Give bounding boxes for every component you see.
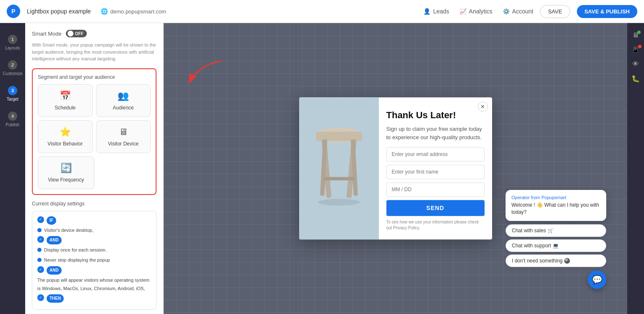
step-4-publish[interactable]: 4 Publish	[2, 108, 23, 130]
chat-bubble: Operator from Popupsmart Welcome ! 👋 Wha…	[506, 190, 606, 221]
inactive-dot	[638, 45, 641, 48]
toggle-text: OFF	[75, 31, 83, 36]
schedule-card[interactable]: 📅 Schedule	[38, 84, 93, 117]
dot-indicator	[37, 228, 42, 232]
popup-description: Sign up to claim your free sample today …	[386, 125, 485, 142]
popup-content-side: ✕ Thank Us Later! Sign up to claim your …	[379, 97, 492, 239]
header-nav: 👤 Leads 📈 Analytics ⚙️ Account	[423, 8, 533, 15]
globe-icon: 🌐	[101, 8, 108, 15]
settings-session-row: Display once for each session.	[37, 246, 151, 254]
step-3-target[interactable]: 3 Target	[2, 83, 23, 105]
settings-box: ✓ IF Visitor's device desktop, ✓ AND Dis…	[32, 211, 156, 310]
chat-action-sales-label: Chat with sales 🛒	[512, 228, 554, 234]
popup-close-button[interactable]: ✕	[478, 101, 488, 112]
email-input[interactable]	[386, 148, 485, 162]
chat-operator-label: Operator from Popupsmart	[511, 195, 600, 200]
right-toolbar: 🖥 📱 👁 🐛	[627, 23, 644, 314]
step-1-layouts[interactable]: 1 Layouts	[2, 31, 23, 54]
view-frequency-icon: 🔄	[60, 163, 72, 174]
mobile-view-icon[interactable]: 📱	[631, 46, 640, 54]
step-nav: 1 Layouts 2 Customize 3 Target 4 Publish	[0, 23, 25, 314]
smart-mode-row: Smart Mode OFF	[32, 30, 156, 37]
settings-icon[interactable]: 🐛	[631, 75, 640, 83]
date-input[interactable]	[386, 183, 485, 197]
dot-indicator-2	[37, 248, 42, 252]
settings-os-row: The popup will appear visitors whose ope…	[37, 276, 151, 293]
popup-privacy-text: To see how we use your information pleas…	[386, 220, 485, 231]
segment-title: Segment and target your audience	[38, 74, 151, 80]
nav-leads[interactable]: 👤 Leads	[423, 8, 449, 15]
chat-action-support[interactable]: Chat with support 💻	[506, 239, 606, 252]
chat-widget: Operator from Popupsmart Welcome ! 👋 Wha…	[506, 190, 606, 289]
and-tag-2: AND	[47, 266, 62, 275]
stool-illustration	[305, 101, 373, 236]
main-layout: 1 Layouts 2 Customize 3 Target 4 Publish…	[0, 23, 644, 314]
campaign-title: Lightbox popup example	[27, 8, 94, 15]
check-icon-4: ✓	[37, 294, 44, 301]
segment-grid: 📅 Schedule 👥 Audience ⭐ Visitor Behavior…	[38, 84, 151, 153]
eye-icon: 👁	[632, 60, 639, 67]
schedule-icon: 📅	[60, 91, 71, 101]
canvas-area: ✕ Thank Us Later! Sign up to claim your …	[164, 23, 627, 314]
leads-icon: 👤	[423, 8, 430, 15]
settings-if-row: ✓ IF	[37, 216, 151, 225]
check-icon-3: ✓	[37, 266, 44, 273]
device-text: Visitor's device desktop,	[44, 226, 93, 235]
chat-fab-button[interactable]: 💬	[588, 270, 606, 289]
and-tag-1: AND	[47, 236, 62, 244]
settings-and1-row: ✓ AND	[37, 236, 151, 244]
settings-then-row: ✓ THEN	[37, 294, 151, 303]
visitor-behavior-card[interactable]: ⭐ Visitor Behavior	[38, 120, 93, 153]
desktop-view-icon[interactable]: 🖥	[632, 31, 639, 39]
smart-mode-label: Smart Mode	[32, 31, 62, 37]
check-icon-2: ✓	[37, 236, 44, 243]
side-panel: Smart Mode OFF With Smart mode, your pop…	[25, 23, 164, 314]
audience-card[interactable]: 👥 Audience	[96, 84, 151, 117]
schedule-label: Schedule	[55, 105, 76, 111]
then-tag: THEN	[47, 294, 64, 303]
visitor-device-label: Visitor Device	[108, 141, 138, 147]
name-input[interactable]	[386, 165, 485, 179]
send-button[interactable]: SEND	[386, 200, 485, 216]
arrow-annotation	[180, 57, 231, 92]
smart-mode-toggle[interactable]: OFF	[66, 30, 87, 37]
save-button[interactable]: SAVE	[540, 5, 570, 18]
os-text: The popup will appear visitors whose ope…	[37, 276, 151, 293]
header: P Lightbox popup example 🌐 demo.popupsma…	[0, 0, 644, 23]
chat-action-dismiss-label: I don't need something 🎱	[512, 258, 570, 264]
settings-and2-row: ✓ AND	[37, 266, 151, 275]
smart-mode-description: With Smart mode, your popup campaign wil…	[32, 42, 156, 62]
visitor-device-icon: 🖥	[119, 127, 128, 138]
analytics-icon: 📈	[459, 8, 467, 15]
view-frequency-card[interactable]: 🔄 View Frequency	[38, 156, 94, 189]
nav-analytics[interactable]: 📈 Analytics	[459, 8, 493, 15]
audience-label: Audience	[113, 105, 134, 111]
nav-account[interactable]: ⚙️ Account	[503, 8, 534, 15]
current-settings-title: Current display settings	[32, 201, 156, 207]
chat-action-dismiss[interactable]: I don't need something 🎱	[506, 254, 606, 267]
chat-message: Welcome ! 👋 What can I help you with tod…	[511, 202, 600, 216]
visitor-behavior-icon: ⭐	[60, 127, 71, 138]
popup-modal: ✕ Thank Us Later! Sign up to claim your …	[299, 97, 492, 239]
arrow-svg	[180, 57, 231, 90]
bug-icon: 🐛	[631, 75, 640, 82]
visitor-device-card[interactable]: 🖥 Visitor Device	[96, 120, 151, 153]
chat-action-sales[interactable]: Chat with sales 🛒	[506, 224, 606, 237]
visitor-behavior-label: Visitor Behavior	[47, 141, 83, 147]
stop-text: Never stop displaying the popup	[44, 256, 110, 265]
preview-icon[interactable]: 👁	[632, 60, 639, 68]
svg-rect-7	[324, 177, 354, 180]
segment-section: Segment and target your audience 📅 Sched…	[32, 68, 156, 195]
check-icon: ✓	[37, 216, 44, 223]
app-logo: P	[7, 5, 20, 18]
popup-image-side	[299, 97, 379, 239]
dot-indicator-3	[37, 258, 42, 262]
step-2-customize[interactable]: 2 Customize	[2, 57, 23, 79]
active-dot	[637, 31, 641, 34]
session-text: Display once for each session.	[44, 246, 107, 254]
settings-device-row: Visitor's device desktop,	[37, 226, 151, 235]
toggle-circle	[68, 31, 73, 36]
if-tag: IF	[47, 216, 56, 225]
save-publish-button[interactable]: SAVE & PUBLISH	[577, 5, 637, 18]
preview-url: 🌐 demo.popupsmart.com	[101, 8, 166, 15]
